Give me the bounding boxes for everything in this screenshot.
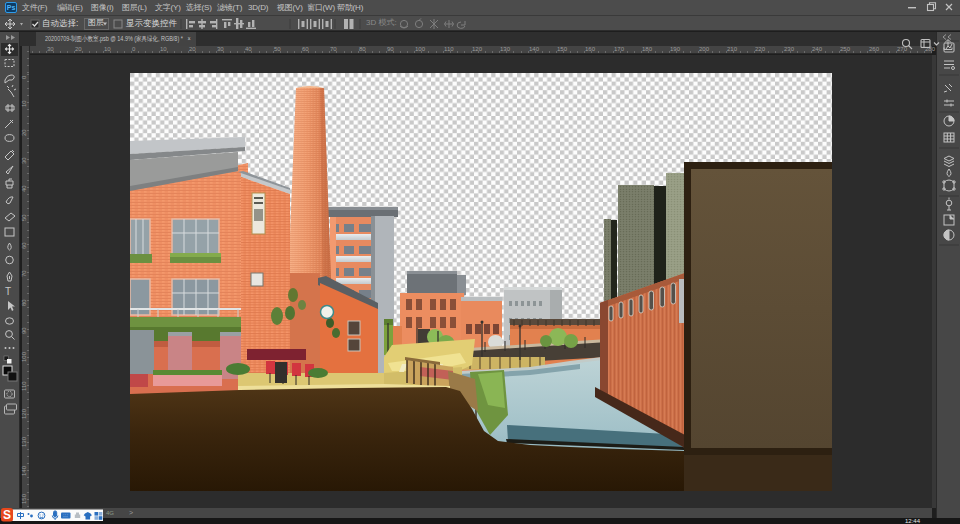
svg-text:T: T <box>5 286 11 297</box>
svg-text:S: S <box>3 508 11 522</box>
